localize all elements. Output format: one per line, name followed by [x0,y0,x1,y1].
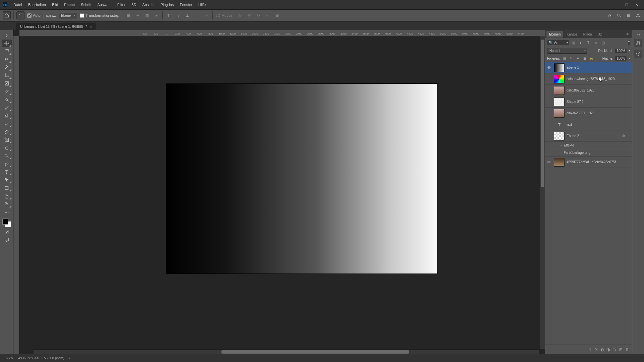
minimize-button[interactable]: ─ [612,1,621,8]
lock-position-icon[interactable]: ✥ [575,56,581,61]
foreground-color[interactable] [2,219,8,225]
color-swatches[interactable] [2,219,11,227]
lock-pixels-icon[interactable]: ✎ [569,56,574,61]
menu-3d[interactable]: 3D [129,1,139,8]
workspace-picker-icon[interactable]: ▦ [625,12,632,19]
menu-ansicht[interactable]: Ansicht [140,1,157,8]
layer-effect-row[interactable]: ●Effekte [545,142,632,149]
layer-thumbnail[interactable] [554,98,565,106]
collapse-fx-icon[interactable]: ⌃ [628,134,631,137]
layer-thumbnail[interactable]: T [554,120,565,129]
scrollbar-horizontal[interactable] [34,349,539,354]
filter-smart-icon[interactable]: ◫ [600,40,606,46]
layer-row[interactable]: 👁girl-1867092_1920 [545,85,632,96]
layer-thumbnail[interactable] [554,75,565,83]
close-button[interactable]: ✕ [632,1,641,8]
brush-tool[interactable] [2,104,12,111]
path-select-tool[interactable] [2,176,12,184]
quick-mask-icon[interactable] [2,228,12,235]
filter-shape-icon[interactable]: ▭ [593,40,599,46]
layer-mask-icon[interactable]: ◐ [600,347,604,352]
layer-name[interactable]: girl-1867092_1920 [567,88,631,92]
layer-row[interactable]: 👁colour-wheel-gb7878d013_1920 [545,73,632,85]
delete-layer-icon[interactable]: 🗑 [625,347,629,352]
filter-type-icon[interactable]: T [585,40,591,46]
menu-bearbeiten[interactable]: Bearbeiten [25,1,49,8]
type-tool[interactable] [2,168,12,176]
panel-tab-ebenen[interactable]: Ebenen [546,31,563,38]
filter-pixel-icon[interactable]: ▧ [571,40,577,46]
status-chevron-icon[interactable]: › [69,356,70,360]
screen-mode-icon[interactable] [2,236,12,243]
lasso-tool[interactable] [2,56,12,63]
marquee-tool[interactable] [2,48,12,55]
layer-thumbnail[interactable] [554,86,565,95]
layer-filter-input[interactable] [554,41,566,45]
layer-name[interactable]: Farbüberlagerung [564,151,631,155]
history-brush-tool[interactable] [2,120,12,127]
toolbox-collapse-icon[interactable] [2,32,12,39]
menu-schrift[interactable]: Schrift [78,1,94,8]
layer-row[interactable]: 👁Ttext [545,119,632,130]
close-tab-icon[interactable]: ✕ [90,25,92,28]
fx-badge[interactable]: fx [622,134,625,138]
blur-tool[interactable] [2,144,12,152]
layer-fx-icon[interactable]: fx [595,347,598,352]
layer-name[interactable]: text [567,123,631,126]
blend-mode-dropdown[interactable]: Normal [547,48,587,54]
panel-tab-kanäle[interactable]: Kanäle [564,31,580,38]
layer-name[interactable]: Ebene 2 [567,134,620,138]
layer-row[interactable]: 👁Ebene 2fx⌃ [545,130,632,142]
canvas-viewport[interactable] [19,36,545,354]
align-top-icon[interactable]: ⊤ [165,12,172,19]
visibility-toggle[interactable]: 👁 [546,65,552,70]
panel-menu-icon[interactable]: ≡ [625,32,631,36]
align-center-h-icon[interactable]: ↔ [134,12,141,19]
menu-ebene[interactable]: Ebene [61,1,77,8]
shape-tool[interactable] [2,184,12,192]
align-left-icon[interactable]: ▤ [125,12,131,19]
gradient-tool[interactable] [2,136,12,143]
lock-all-icon[interactable]: 🔒 [589,56,594,61]
layer-row[interactable]: 👁4559f777db5af...c2efe8428e675f [545,157,632,168]
menu-datei[interactable]: Datei [11,1,25,8]
layer-row[interactable]: 👁girl-3626901_1920 [545,108,632,119]
menu-fenster[interactable]: Fenster [177,1,195,8]
transform-controls-checkbox[interactable]: Transformationsstrg. [80,13,119,18]
layer-thumbnail[interactable] [554,63,565,72]
document-tab[interactable]: Unbenannt-1 bei 16,2% (Ebene 1, RGB/8) *… [16,23,96,30]
document-info[interactable]: 4936 Px x 3319 Px (300 ppcm) [18,356,64,360]
zoom-level[interactable]: 16,2% [4,356,13,360]
layer-row[interactable]: 👁Ebene 1 [545,62,632,73]
layers-dock-icon[interactable] [634,39,642,47]
panel-tab-pfade[interactable]: Pfade [581,31,595,38]
cloud-docs-icon[interactable]: ◔ [606,12,613,19]
home-button[interactable] [3,11,11,19]
stamp-tool[interactable] [2,112,12,119]
layer-name[interactable]: girl-3626901_1920 [567,111,631,115]
fill-value[interactable]: 100% [615,56,627,61]
search-icon[interactable] [616,12,623,19]
lock-artboard-icon[interactable]: ▣ [582,56,587,61]
eraser-tool[interactable] [2,128,12,135]
frame-tool[interactable] [2,80,12,87]
layer-name[interactable]: Ebene 1 [567,66,631,69]
layer-thumbnail[interactable] [554,158,565,167]
healing-tool[interactable] [2,96,12,103]
dock-collapse-icon[interactable]: ◂◂ [637,33,640,36]
auto-select-target-dropdown[interactable]: Ebene [59,13,77,18]
auto-select-checkbox[interactable]: Autom. ausw.: [27,13,56,18]
menu-hilfe[interactable]: Hilfe [196,1,208,8]
layer-name[interactable]: 4559f777db5af...c2efe8428e675f [567,160,631,164]
adjustment-layer-icon[interactable]: ◑ [606,347,610,352]
new-layer-icon[interactable]: ⊞ [619,347,623,352]
properties-dock-icon[interactable] [634,50,642,58]
edit-toolbar-icon[interactable] [2,208,12,216]
menu-filter[interactable]: Filter [115,1,128,8]
layer-effect-row[interactable]: ●Farbüberlagerung [545,149,632,157]
distribute-h-icon[interactable]: ≡ [153,12,160,19]
align-bottom-icon[interactable]: ⊥ [184,12,191,19]
layer-name[interactable]: colour-wheel-gb7878d013_1920 [567,77,631,81]
ruler-vertical[interactable] [13,36,19,354]
layer-list[interactable]: 👁Ebene 1👁colour-wheel-gb7878d013_1920👁gi… [545,62,632,345]
